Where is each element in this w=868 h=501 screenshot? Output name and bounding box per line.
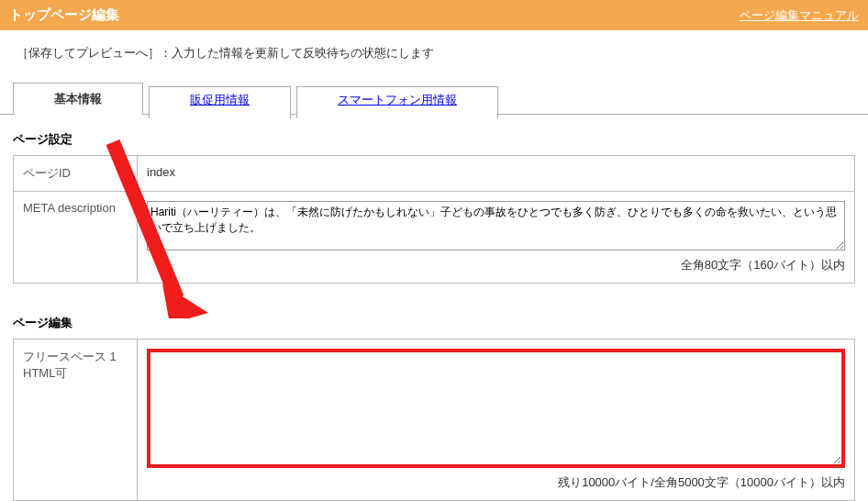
page-edit-title: ページ編集 [13,315,855,339]
freespace-label-line1: フリースペース 1 [23,350,117,363]
freespace-label-line2: HTML可 [23,366,67,380]
instruction-text: ［保存してプレビューへ］：入力した情報を更新して反映待ちの状態にします [0,30,868,82]
meta-description-textarea[interactable]: Hariti（ハーリティー）は、「未然に防げたかもしれない」子どもの事故をひとつ… [147,201,845,250]
freespace-textarea[interactable] [147,349,845,468]
manual-link[interactable]: ページ編集マニュアル [740,7,859,24]
content-area: ページ設定 ページID index META description Harit… [0,115,868,501]
meta-description-label: META description [14,192,138,284]
freespace-cell: 残り10000バイト/全角5000文字（10000バイト）以内 [138,340,855,501]
table-row: META description Hariti（ハーリティー）は、「未然に防げた… [14,192,855,284]
freespace-label: フリースペース 1 HTML可 [14,340,138,501]
page-edit-table: フリースペース 1 HTML可 残り10000バイト/全角5000文字（1000… [13,339,855,501]
table-row: ページID index [14,156,855,192]
page-id-label: ページID [14,156,138,192]
tab-smartphone-info[interactable]: スマートフォン用情報 [296,86,498,118]
tab-promo-info[interactable]: 販促用情報 [149,86,291,118]
page-header: トップページ編集 ページ編集マニュアル [0,0,868,30]
freespace-limit: 残り10000バイト/全角5000文字（10000バイト）以内 [147,474,845,491]
meta-description-cell: Hariti（ハーリティー）は、「未然に防げたかもしれない」子どもの事故をひとつ… [138,192,855,284]
table-row: フリースペース 1 HTML可 残り10000バイト/全角5000文字（1000… [14,340,855,501]
meta-description-limit: 全角80文字（160バイト）以内 [147,257,845,273]
tab-basic-info[interactable]: 基本情報 [13,83,143,115]
page-id-value: index [138,156,855,192]
page-title: トップページ編集 [9,6,119,24]
page-edit-section: ページ編集 フリースペース 1 HTML可 残り10000バイト/全角5000文… [13,315,855,501]
page-settings-title: ページ設定 [13,131,855,155]
page-settings-table: ページID index META description Hariti（ハーリテ… [13,155,855,284]
tabs-container: 基本情報 販促用情報 スマートフォン用情報 [0,82,868,115]
